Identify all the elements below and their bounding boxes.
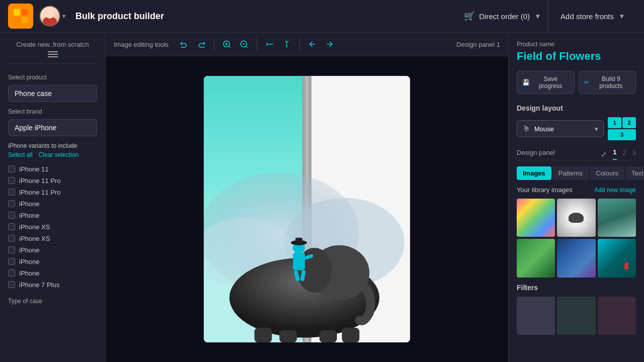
build-label: Build 9 products	[592, 75, 631, 89]
list-item: iPhone 11 Pro	[8, 187, 97, 198]
variant-checkbox-iphone-5[interactable]	[8, 269, 15, 277]
clear-selection-link[interactable]: Clear selection	[39, 151, 78, 158]
library-image-5[interactable]	[557, 239, 595, 277]
product-select[interactable]: Phone case	[8, 85, 97, 102]
panel-tab-2[interactable]: 2	[623, 149, 626, 159]
variant-label: iPhone 11 Pro	[19, 177, 60, 185]
right-panel: Product name Field of Flowers 💾 Save pro…	[508, 33, 644, 362]
variant-checkbox-iphone-2[interactable]	[8, 212, 15, 219]
avatar[interactable]	[39, 6, 60, 27]
layout-row: 🖱 Mouse ▾ 1 2 3	[517, 117, 636, 140]
variant-label: iPhone XS	[19, 235, 50, 242]
redo-button[interactable]	[194, 38, 209, 51]
select-brand-label: Select brand	[8, 108, 97, 115]
variant-label: iPhone XS	[19, 223, 50, 231]
arrow-left-button[interactable]	[305, 38, 320, 51]
arrow-right-button[interactable]	[322, 38, 337, 51]
mouse-label: Mouse	[534, 125, 554, 133]
variant-label: iPhone 11	[19, 165, 49, 173]
content-tabs: Images Patterns Colours Text	[517, 166, 636, 180]
library-image-2[interactable]	[557, 199, 595, 237]
avatar-chevron-icon[interactable]: ▾	[62, 13, 65, 20]
svg-line-5	[246, 46, 248, 47]
direct-order-label: Direct order (0)	[479, 12, 530, 21]
logo-square-4	[22, 17, 28, 24]
variant-checkbox-iphone-3[interactable]	[8, 246, 15, 253]
sidebar: Create new..from scratch Select product …	[0, 33, 106, 362]
save-progress-button[interactable]: 💾 Save progress	[517, 71, 575, 94]
build-products-button[interactable]: ✂ Build 9 products	[579, 71, 636, 94]
create-from-scratch[interactable]: Create new..from scratch	[8, 41, 97, 64]
variant-checkbox-iphone-1[interactable]	[8, 200, 15, 207]
select-all-link[interactable]: Select all	[8, 151, 33, 158]
toolbar-separator-1	[214, 38, 214, 50]
case-artwork	[204, 143, 410, 343]
design-panel-label: Design panel	[517, 149, 555, 159]
variant-checkbox-iphonexs-1[interactable]	[8, 223, 15, 230]
product-name-value: Field of Flowers	[517, 50, 636, 63]
build-icon: ✂	[584, 79, 589, 86]
logo-square-1	[14, 9, 20, 16]
app-logo[interactable]	[8, 4, 33, 29]
mouse-select[interactable]: 🖱 Mouse ▾	[517, 120, 604, 137]
variant-checkbox-iphone7plus[interactable]	[8, 281, 15, 288]
add-store-chevron-icon: ▾	[620, 12, 624, 21]
direct-order-button[interactable]: 🛒 Direct order (0) ▾	[456, 0, 548, 33]
layout-cell-2[interactable]: 2	[622, 117, 636, 128]
expand-icon[interactable]: ⤢	[601, 150, 607, 158]
images-tab[interactable]: Images	[517, 166, 551, 180]
colours-tab[interactable]: Colours	[590, 166, 624, 180]
variant-label: iPhone 11 Pro	[19, 189, 60, 196]
header-actions: 🛒 Direct order (0) ▾ Add store fronts ▾	[456, 0, 636, 33]
product-name-label: Product name	[517, 41, 636, 48]
zoom-in-button[interactable]	[219, 38, 234, 51]
variant-checkbox-iphonexs-2[interactable]	[8, 235, 15, 242]
variant-checkbox-iphone11pro-2[interactable]	[8, 189, 15, 196]
layout-cell-1[interactable]: 1	[608, 117, 621, 128]
undo-button[interactable]	[177, 38, 192, 51]
library-image-6[interactable]	[598, 239, 636, 277]
filter-grid	[517, 297, 636, 335]
zoom-out-button[interactable]	[236, 38, 252, 51]
canvas-viewport[interactable]	[106, 56, 508, 362]
library-header: Your library images Add new image	[517, 186, 636, 194]
patterns-tab[interactable]: Patterns	[552, 166, 589, 180]
variant-selection-links: Select all Clear selection	[8, 151, 97, 158]
svg-rect-20	[342, 327, 360, 342]
variants-label: iPhone variants to include	[8, 142, 97, 149]
select-product-label: Select product	[8, 74, 97, 81]
phone-case-mockup	[204, 76, 410, 342]
variant-checkbox-iphone-4[interactable]	[8, 258, 15, 265]
action-buttons: 💾 Save progress ✂ Build 9 products	[517, 71, 636, 94]
brand-value: Apple iPhone	[15, 124, 56, 132]
flip-horizontal-button[interactable]	[262, 38, 277, 51]
variant-checkbox-iphone11pro-1[interactable]	[8, 177, 15, 184]
variant-label: iPhone	[19, 269, 39, 277]
flip-vertical-button[interactable]	[279, 38, 294, 51]
library-image-1[interactable]	[517, 199, 555, 237]
library-image-4[interactable]	[517, 239, 555, 277]
svg-rect-23	[293, 252, 305, 270]
variant-list: iPhone 11 iPhone 11 Pro iPhone 11 Pro iP…	[8, 163, 97, 291]
text-tab[interactable]: Text	[625, 166, 644, 180]
panel-tab-1[interactable]: 1	[613, 148, 616, 160]
list-item: iPhone 11	[8, 163, 97, 175]
layout-cell-3[interactable]: 3	[608, 129, 636, 140]
logo-square-2	[22, 9, 28, 16]
artwork-svg	[204, 143, 410, 343]
variant-checkbox-iphone11[interactable]	[8, 165, 15, 172]
library-image-3[interactable]	[598, 199, 636, 237]
panel-tab-3[interactable]: 3	[632, 149, 636, 159]
filter-1[interactable]	[517, 297, 555, 335]
add-store-button[interactable]: Add store fronts ▾	[548, 0, 636, 33]
add-image-button[interactable]: Add new image	[594, 187, 636, 194]
design-layout-section: Design layout 🖱 Mouse ▾ 1 2 3	[517, 104, 636, 140]
product-value: Phone case	[15, 89, 52, 98]
cart-icon: 🛒	[464, 11, 475, 22]
brand-select[interactable]: Apple iPhone	[8, 119, 97, 136]
filter-2[interactable]	[557, 297, 595, 335]
svg-rect-17	[255, 327, 272, 342]
variant-label: iPhone	[19, 258, 39, 265]
type-of-case-label: Type of case	[8, 298, 97, 305]
filter-3[interactable]	[598, 297, 636, 335]
